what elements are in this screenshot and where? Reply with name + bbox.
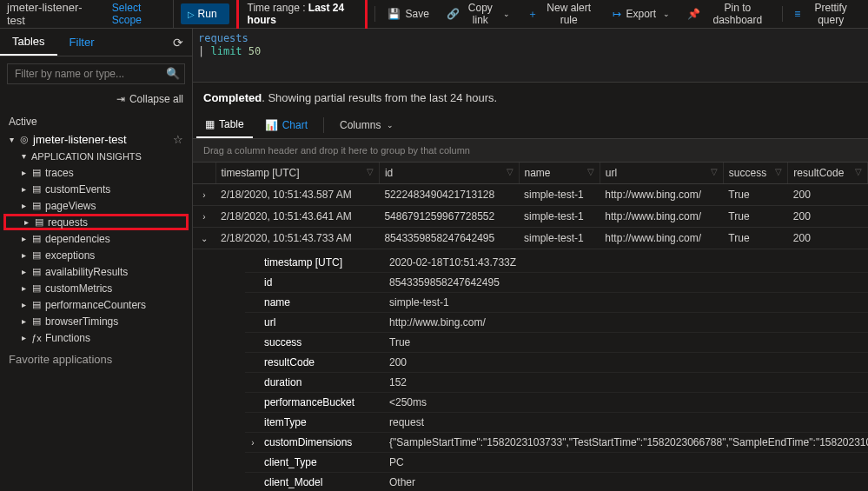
column-header[interactable]: url▽	[600, 163, 723, 184]
column-header[interactable]: resultCode▽	[788, 163, 867, 184]
chevron-right-icon[interactable]: ▸	[17, 316, 30, 326]
sidebar-tab-filter[interactable]: Filter	[57, 29, 107, 56]
sidebar-item-label: customEvents	[43, 183, 189, 196]
sidebar-item-dependencies[interactable]: ▸▤dependencies	[3, 230, 189, 247]
table-icon: ▤	[32, 216, 46, 228]
select-scope-link[interactable]: Select Scope	[103, 0, 174, 28]
copy-link-button[interactable]: 🔗Copy link⌄	[441, 0, 515, 28]
column-header[interactable]: name▽	[519, 163, 600, 184]
cell: simple-test-1	[519, 228, 600, 249]
sidebar-item-label: exceptions	[43, 249, 189, 262]
detail-line: resultCode200	[245, 353, 868, 373]
table-icon: ▤	[30, 299, 43, 310]
filter-icon[interactable]: ▽	[855, 167, 862, 176]
sidebar-tab-tables[interactable]: Tables	[0, 29, 57, 56]
filter-icon[interactable]: ▽	[775, 167, 782, 176]
chevron-right-icon[interactable]: ▸	[17, 201, 30, 210]
chevron-right-icon[interactable]: ▸	[17, 283, 30, 293]
tree-group-label: APPLICATION INSIGHTS	[30, 151, 189, 162]
detail-key: client_Model	[261, 476, 389, 488]
favorite-icon[interactable]: ☆	[173, 133, 189, 146]
chevron-right-icon[interactable]: ›	[245, 438, 261, 448]
sidebar-item-availabilityResults[interactable]: ▸▤availabilityResults	[3, 263, 189, 280]
detail-value: 2020-02-18T10:51:43.733Z	[389, 256, 868, 269]
save-button[interactable]: 💾Save	[382, 0, 434, 28]
export-button[interactable]: ↦Export⌄	[607, 0, 676, 28]
column-header[interactable]: id▽	[379, 163, 519, 184]
sidebar-item-requests[interactable]: ▸▤requests	[3, 214, 189, 230]
cell: 2/18/2020, 10:51:43.587 AM	[215, 184, 379, 206]
time-range-selector[interactable]: Time range : Last 24 hours	[236, 0, 368, 32]
sidebar-item-exceptions[interactable]: ▸▤exceptions	[3, 247, 189, 263]
detail-line: id8543359858247642495	[245, 273, 868, 293]
column-header[interactable]: success▽	[723, 163, 787, 184]
new-alert-button[interactable]: ＋New alert rule	[522, 0, 600, 28]
table-row[interactable]: ›2/18/2020, 10:51:43.641 AM5486791259967…	[193, 206, 868, 228]
search-icon: 🔍	[166, 67, 180, 80]
sidebar-item-customMetrics[interactable]: ▸▤customMetrics	[3, 280, 189, 296]
column-header[interactable]: timestamp [UTC]▽	[215, 163, 379, 184]
table-row[interactable]: ›2/18/2020, 10:51:43.587 AM5222483490421…	[193, 184, 868, 206]
table-row[interactable]: ⌄2/18/2020, 10:51:43.733 AM8543359858247…	[193, 228, 868, 249]
chevron-down-icon[interactable]: ⌄	[201, 234, 208, 243]
columns-dropdown[interactable]: Columns⌄	[331, 111, 402, 138]
chevron-right-icon[interactable]: ▸	[17, 168, 30, 177]
chevron-right-icon[interactable]: ▸	[17, 333, 30, 342]
detail-value: <250ms	[389, 396, 868, 408]
results-tab-table[interactable]: ▦Table	[196, 111, 253, 138]
run-button[interactable]: ▷ Run	[181, 3, 229, 24]
chevron-right-icon[interactable]: ▸	[17, 234, 30, 243]
chevron-right-icon[interactable]: ▸	[17, 267, 30, 276]
cell: simple-test-1	[519, 206, 600, 228]
editor-token: limit	[210, 45, 242, 57]
sidebar-item-customEvents[interactable]: ▸▤customEvents	[3, 181, 189, 197]
app-title: jmeter-listener-test	[7, 1, 96, 27]
filter-icon[interactable]: ▽	[367, 167, 374, 176]
sidebar-item-performanceCounters[interactable]: ▸▤performanceCounters	[3, 296, 189, 313]
cell: http://www.bing.com/	[600, 206, 723, 228]
expand-column	[193, 163, 215, 184]
chevron-right-icon[interactable]: ▸	[17, 184, 30, 194]
refresh-icon[interactable]: ⟳	[164, 29, 192, 56]
column-label: url	[606, 167, 617, 179]
query-editor[interactable]: requests | limit 50	[193, 29, 868, 83]
cell: True	[723, 228, 787, 249]
chevron-down-icon[interactable]: ▾	[5, 135, 17, 144]
filter-icon[interactable]: ▽	[711, 167, 718, 176]
filter-icon[interactable]: ▽	[587, 167, 594, 176]
editor-token: 50	[248, 45, 261, 57]
sidebar-item-traces[interactable]: ▸▤traces	[3, 164, 189, 181]
group-by-bar[interactable]: Drag a column header and drop it here to…	[193, 139, 868, 163]
results-tab-chart[interactable]: 📊Chart	[256, 111, 316, 138]
detail-value: 200	[389, 356, 868, 368]
tree-functions-item[interactable]: ▸ ƒx Functions	[3, 329, 189, 346]
sidebar-item-label: availabilityResults	[43, 266, 189, 278]
chevron-right-icon[interactable]: ›	[202, 212, 205, 222]
toolbar-separator	[782, 6, 783, 22]
tree-group-item[interactable]: ▾ APPLICATION INSIGHTS	[3, 148, 189, 164]
results-tabs: ▦Table 📊Chart Columns⌄	[193, 111, 868, 139]
sidebar-item-browserTimings[interactable]: ▸▤browserTimings	[3, 313, 189, 329]
collapse-all-button[interactable]: ⇥ Collapse all	[0, 90, 192, 110]
chevron-down-icon[interactable]: ▾	[17, 151, 30, 161]
cell: 5486791259967728552	[379, 206, 519, 228]
tree-top-item[interactable]: ▾ ◎ jmeter-listener-test ☆	[3, 131, 189, 148]
chevron-right-icon[interactable]: ▸	[17, 250, 30, 260]
sidebar-search-input[interactable]	[7, 63, 185, 84]
collapse-icon: ⇥	[116, 93, 125, 105]
column-label: id	[385, 167, 393, 179]
detail-key: itemType	[261, 416, 389, 428]
pin-button[interactable]: 📌Pin to dashboard	[682, 0, 774, 28]
detail-key: resultCode	[261, 356, 389, 368]
detail-key: id	[261, 276, 389, 289]
sidebar-item-pageViews[interactable]: ▸▤pageViews	[3, 197, 189, 214]
chevron-right-icon[interactable]: ›	[202, 190, 205, 200]
prettify-button[interactable]: ≡Prettify query	[789, 0, 861, 28]
detail-line: performanceBucket<250ms	[245, 393, 868, 413]
table-icon: ▤	[30, 183, 43, 195]
chevron-right-icon[interactable]: ▸	[20, 217, 32, 227]
chevron-right-icon[interactable]: ▸	[17, 300, 30, 309]
prettify-icon: ≡	[794, 8, 800, 20]
filter-icon[interactable]: ▽	[507, 167, 514, 176]
top-toolbar: jmeter-listener-test Select Scope ▷ Run …	[0, 0, 868, 29]
